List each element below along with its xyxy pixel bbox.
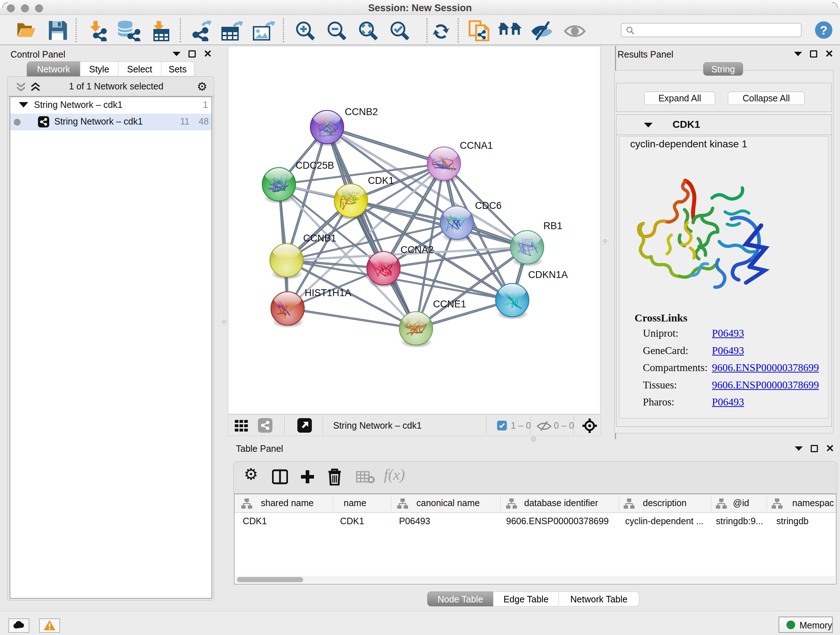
svg-text:HIST1H1A: HIST1H1A — [305, 287, 351, 298]
svg-text:CDKN1A: CDKN1A — [528, 269, 568, 280]
svg-text:CCNB1: CCNB1 — [303, 233, 336, 244]
svg-text:CDK1: CDK1 — [368, 175, 394, 186]
svg-text:CCNA2: CCNA2 — [401, 244, 434, 255]
svg-text:CCNA1: CCNA1 — [460, 140, 493, 151]
svg-text:CCNB2: CCNB2 — [345, 106, 378, 117]
svg-text:CDC25B: CDC25B — [295, 160, 334, 171]
svg-text:CCNE1: CCNE1 — [433, 299, 466, 310]
svg-text:CDC6: CDC6 — [475, 200, 502, 211]
svg-text:RB1: RB1 — [543, 220, 562, 231]
